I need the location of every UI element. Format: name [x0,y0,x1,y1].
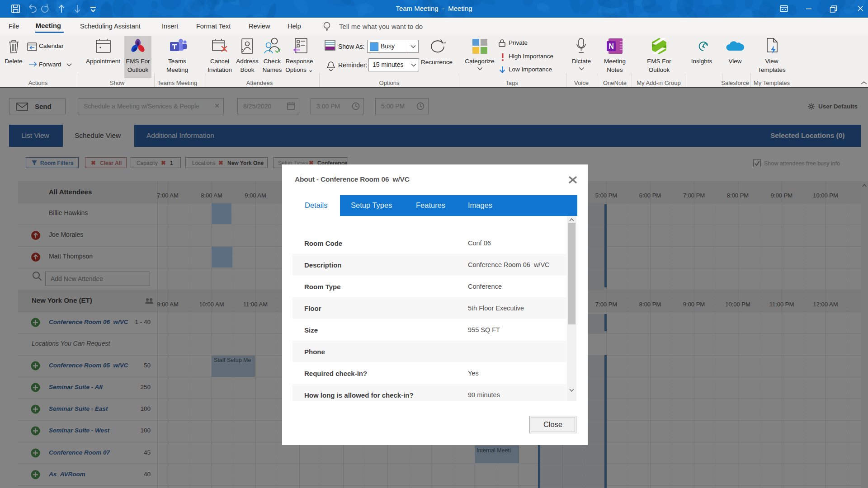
svg-text:N: N [609,42,614,50]
